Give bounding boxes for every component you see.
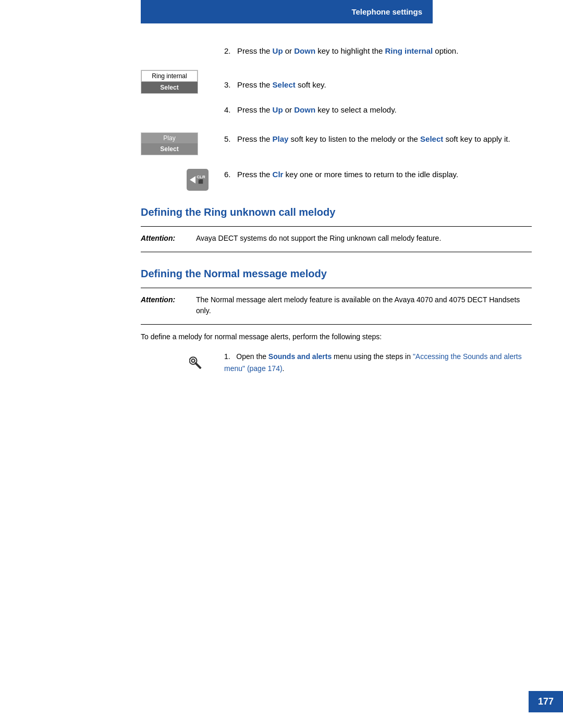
- step-3-ui-illustration: Ring internal Select: [141, 70, 214, 94]
- clr-key-icon: CLR⬛: [187, 169, 209, 191]
- step-3-row: Ring internal Select 3. Press the Select…: [141, 68, 532, 94]
- step-6-ui-illustration: CLR⬛: [141, 168, 214, 191]
- section1-attention-text: Avaya DECT systems do not support the Ri…: [196, 233, 532, 244]
- page-container: Telephone settings 2. Press the Up or Do…: [0, 0, 563, 728]
- section2-attention-text: The Normal message alert melody feature …: [196, 294, 532, 316]
- section1-divider: [141, 226, 532, 227]
- step-6-text: 6. Press the Clr key one or more times t…: [224, 166, 532, 181]
- step-4-number: 4.: [224, 105, 235, 114]
- section1-attention-label: Attention:: [141, 233, 193, 244]
- play-key-label: Play: [273, 134, 289, 143]
- section1-divider-bottom: [141, 252, 532, 252]
- section2-divider: [141, 288, 532, 288]
- header-bar: Telephone settings: [141, 0, 433, 23]
- select-button-display-5: Select: [141, 143, 198, 155]
- select-key-label-5: Select: [420, 134, 443, 143]
- step-2-number: 2.: [224, 46, 235, 55]
- step-4-text: 4. Press the Up or Down key to select a …: [224, 104, 532, 116]
- ring-internal-ui: Ring internal Select: [141, 70, 198, 94]
- up-key-label-4: Up: [273, 105, 283, 114]
- section2-divider-bottom: [141, 324, 532, 325]
- section2-attention: Attention: The Normal message alert melo…: [141, 294, 532, 316]
- clr-key-label: Clr: [273, 170, 284, 179]
- play-select-ui: Play Select: [141, 132, 198, 155]
- play-button-display: Play: [141, 133, 198, 143]
- step-2-row: 2. Press the Up or Down key to highlight…: [141, 45, 532, 57]
- down-key-label: Down: [294, 46, 315, 55]
- svg-rect-1: [194, 362, 202, 369]
- clr-key-text: CLR⬛: [197, 175, 205, 184]
- step-3-text: 3. Press the Select soft key.: [224, 68, 532, 91]
- select-key-label-3: Select: [273, 80, 296, 89]
- step-5-row: Play Select 5. Press the Play soft key t…: [141, 130, 532, 155]
- page-number: 177: [538, 696, 554, 707]
- main-content: 2. Press the Up or Down key to highlight…: [141, 23, 532, 374]
- step-5-number: 5.: [224, 134, 235, 143]
- select-button-display: Select: [141, 82, 198, 93]
- section2-intro: To define a melody for normal message al…: [141, 331, 532, 342]
- section2-step1-number: 1.: [224, 352, 234, 361]
- step-6-number: 6.: [224, 170, 235, 179]
- step-3-number: 3.: [224, 80, 235, 89]
- step-2-text: 2. Press the Up or Down key to highlight…: [224, 45, 532, 57]
- ring-internal-display: Ring internal: [141, 70, 198, 82]
- up-key-label: Up: [273, 46, 283, 55]
- section2-step1-text: 1. Open the Sounds and alerts menu using…: [224, 351, 532, 374]
- page-number-badge: 177: [529, 691, 563, 712]
- step-5-ui-illustration: Play Select: [141, 132, 214, 155]
- header-title: Telephone settings: [351, 7, 422, 16]
- clr-arrow-icon: [190, 176, 195, 183]
- step-6-row: CLR⬛ 6. Press the Clr key one or more ti…: [141, 166, 532, 191]
- section2-step1-icon: [141, 353, 214, 371]
- step-5-text: 5. Press the Play soft key to listen to …: [224, 130, 532, 145]
- step-4-row: 4. Press the Up or Down key to select a …: [141, 104, 532, 116]
- section1-heading: Defining the Ring unknown call melody: [141, 206, 532, 218]
- ring-internal-label: Ring internal: [385, 46, 433, 55]
- section1-attention: Attention: Avaya DECT systems do not sup…: [141, 233, 532, 244]
- wrench-icon: [189, 354, 206, 371]
- svg-point-2: [191, 359, 195, 363]
- sounds-alerts-link[interactable]: Sounds and alerts: [268, 352, 332, 361]
- down-key-label-4: Down: [294, 105, 315, 114]
- section2-step1-row: 1. Open the Sounds and alerts menu using…: [141, 351, 532, 374]
- section2-attention-label: Attention:: [141, 294, 193, 305]
- section2-heading: Defining the Normal message melody: [141, 268, 532, 280]
